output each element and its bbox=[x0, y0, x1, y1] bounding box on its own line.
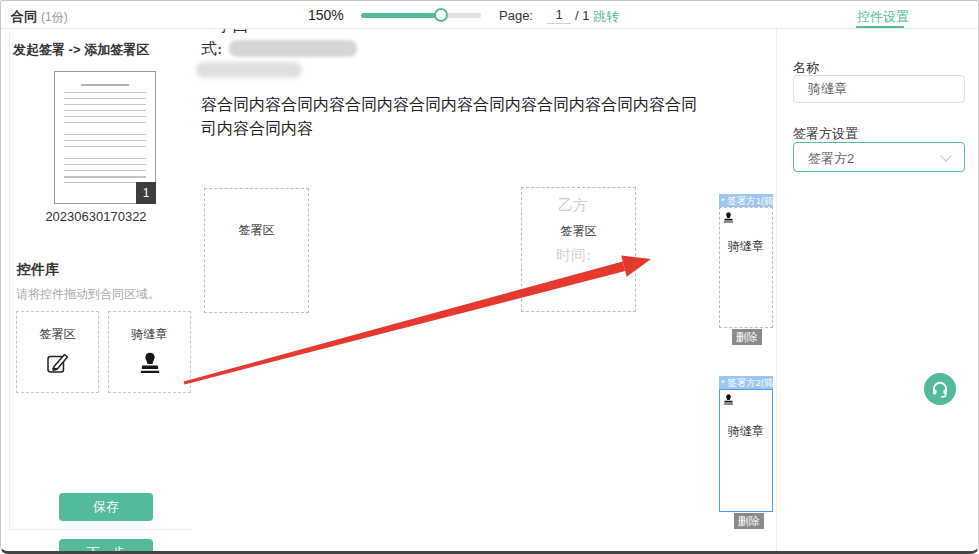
name-input[interactable] bbox=[793, 75, 965, 103]
tab-control-settings[interactable]: 控件设置 bbox=[857, 8, 909, 26]
page-total: / 1 bbox=[575, 8, 589, 23]
signature-icon bbox=[45, 350, 71, 376]
thumbnail-paragraph-gap bbox=[55, 150, 155, 155]
paging-seal-widget-2[interactable]: * 签署方2(骑缝章) 骑缝章 bbox=[719, 376, 773, 512]
drag-control-label: 骑缝章 bbox=[109, 326, 190, 343]
thumbnail-paragraph-gap bbox=[55, 124, 155, 129]
save-button[interactable]: 保存 bbox=[59, 493, 153, 521]
page-number-input[interactable] bbox=[547, 6, 571, 24]
chevron-down-icon bbox=[940, 150, 951, 161]
paragraph-line: 容合同内容合同内容合同内容合同内容合同内容合同内容合同内容合同 bbox=[201, 93, 731, 117]
paging-seal-widget-1[interactable]: * 签署方1(骑缝章) 骑缝章 bbox=[719, 194, 773, 328]
stamp-icon bbox=[137, 350, 163, 376]
sidebar-left-divider bbox=[9, 31, 10, 529]
tab-active-underline bbox=[856, 26, 904, 28]
contract-label: 合同 bbox=[11, 9, 37, 24]
sign-area-label: 签署区 bbox=[205, 222, 308, 239]
delete-widget2-button[interactable]: 删除 bbox=[734, 513, 764, 529]
drag-control-paging-seal[interactable]: 骑缝章 bbox=[108, 311, 191, 393]
widget-header-signer1: * 签署方1(骑缝章) bbox=[719, 194, 773, 207]
zoom-slider[interactable] bbox=[361, 13, 481, 18]
drag-control-sign-area[interactable]: 签署区 bbox=[16, 311, 99, 393]
paragraph-line: 司内容合同内容 bbox=[201, 117, 731, 141]
sidebar-breadcrumb: 发起签署 -> 添加签署区 bbox=[13, 41, 149, 59]
document-id: 20230630170322 bbox=[1, 209, 191, 224]
control-library-hint: 请将控件拖动到合同区域。 bbox=[16, 286, 160, 303]
delete-widget1-button[interactable]: 删除 bbox=[732, 329, 762, 345]
party-b-text: 乙方 bbox=[558, 196, 588, 215]
thumbnail-title-line bbox=[81, 84, 129, 86]
contract-count: (1份) bbox=[41, 10, 68, 24]
zoom-percent: 150% bbox=[308, 7, 344, 23]
signer-select[interactable]: 签署方2 bbox=[793, 142, 965, 172]
widget-label: 骑缝章 bbox=[720, 238, 772, 255]
stamp-icon bbox=[722, 210, 735, 223]
top-toolbar: 合同(1份) 150% Page: / 1 跳转 控件设置 bbox=[1, 1, 978, 29]
zoom-slider-fill bbox=[361, 13, 441, 18]
document-viewport: 字四 式: 容合同内容合同内容合同内容合同内容合同内容合同内容合同内容合同 司内… bbox=[191, 29, 776, 554]
widget-label: 骑缝章 bbox=[720, 423, 772, 440]
redacted-text-block bbox=[229, 40, 357, 57]
signer-setting-label: 签署方设置 bbox=[793, 125, 858, 143]
signer-select-value: 签署方2 bbox=[808, 150, 854, 168]
document-field-prefix: 式: bbox=[201, 39, 222, 60]
stamp-icon bbox=[722, 392, 735, 405]
contract-title: 合同(1份) bbox=[11, 8, 68, 26]
support-fab-button[interactable] bbox=[924, 373, 956, 405]
right-settings-panel: 名称 签署方设置 签署方2 bbox=[776, 29, 979, 554]
sign-area-placeholder-1[interactable]: 签署区 bbox=[204, 188, 309, 313]
app-window: 合同(1份) 150% Page: / 1 跳转 控件设置 发起签署 -> 添加… bbox=[0, 0, 979, 554]
page-label: Page: bbox=[499, 8, 533, 23]
thumbnail-page-badge: 1 bbox=[136, 182, 156, 204]
control-library-title: 控件库 bbox=[17, 261, 59, 279]
widget-body[interactable]: 骑缝章 bbox=[719, 207, 773, 328]
sign-area-placeholder-2[interactable]: 乙方 签署区 时间: bbox=[521, 187, 636, 312]
widget-body-selected[interactable]: 骑缝章 bbox=[719, 389, 773, 512]
time-label-text: 时间: bbox=[556, 246, 591, 265]
sign-area-label: 签署区 bbox=[522, 223, 635, 240]
main-area: 发起签署 -> 添加签署区 1 20230630170322 控件库 请将控件拖… bbox=[1, 29, 979, 554]
drag-control-label: 签署区 bbox=[17, 326, 98, 343]
page-jump-link[interactable]: 跳转 bbox=[593, 8, 619, 26]
zoom-slider-handle[interactable] bbox=[434, 8, 448, 22]
redacted-text-block bbox=[196, 62, 302, 78]
next-step-button[interactable]: 下一步 bbox=[59, 539, 153, 554]
page-thumbnail[interactable]: 1 bbox=[54, 71, 156, 204]
document-paragraph: 容合同内容合同内容合同内容合同内容合同内容合同内容合同内容合同 司内容合同内容 bbox=[201, 93, 731, 141]
document-clipped-text: 字四 bbox=[216, 29, 248, 34]
thumbnail-text-lines bbox=[64, 92, 146, 183]
left-sidebar: 发起签署 -> 添加签署区 1 20230630170322 控件库 请将控件拖… bbox=[1, 29, 191, 554]
sidebar-bottom-divider bbox=[9, 529, 191, 530]
widget-header-signer2: * 签署方2(骑缝章) bbox=[719, 376, 773, 389]
